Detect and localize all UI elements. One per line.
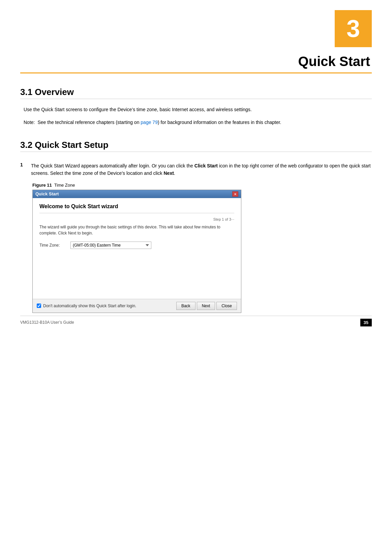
note-label: Note: — [24, 119, 35, 126]
figure-number: Figure 11 — [32, 183, 52, 188]
section-32: 3.2 Quick Start Setup 1 The Quick Start … — [20, 140, 372, 313]
dialog-buttons: Back Next Close — [176, 302, 237, 310]
step-1-number: 1 — [20, 162, 26, 177]
dialog-close-icon[interactable]: × — [232, 191, 238, 197]
timezone-row: Time Zone: (GMT-05:00) Eastern Time (GMT… — [39, 242, 234, 249]
page-footer: VMG1312-B10A User’s Guide 35 — [20, 316, 372, 326]
figure-caption: Time Zone — [54, 183, 75, 188]
dialog-titlebar: Quick Start × — [33, 190, 241, 198]
dialog-description: The wizard will guide you through the ba… — [39, 224, 234, 236]
chapter-number: 3 — [335, 10, 372, 47]
section-31-content: Use the Quick Start screens to configure… — [24, 106, 372, 126]
page-79-link[interactable]: page 79 — [141, 120, 158, 125]
welcome-title: Welcome to Quick Start wizard — [39, 203, 234, 213]
dialog-body: Welcome to Quick Start wizard Step 1 of … — [33, 198, 241, 299]
timezone-select[interactable]: (GMT-05:00) Eastern Time (GMT-06:00) Cen… — [70, 242, 151, 249]
section-32-heading: 3.2 Quick Start Setup — [20, 140, 372, 152]
dialog-title: Quick Start — [35, 191, 59, 196]
chapter-number-bar: 3 — [20, 10, 372, 47]
step-1-bold1: Click Start — [194, 163, 218, 168]
chapter-title: Quick Start — [20, 54, 372, 69]
numbered-section: 1 The Quick Start Wizard appears automat… — [20, 162, 372, 313]
checkbox-label: Don't automatically show this Quick Star… — [43, 304, 136, 308]
chapter-header: 3 Quick Start — [20, 0, 372, 73]
back-button[interactable]: Back — [176, 302, 195, 310]
dialog-wrapper: Quick Start × Welcome to Quick Start wiz… — [32, 190, 372, 313]
step-1-content: The Quick Start Wizard appears automatic… — [31, 162, 372, 177]
dialog-spacer — [39, 253, 234, 293]
dialog-footer: Don't automatically show this Quick Star… — [33, 299, 241, 313]
step-1-text1: The Quick Start Wizard appears automatic… — [31, 163, 194, 168]
page-number: 35 — [360, 319, 372, 326]
step-1-bold2: Next — [164, 170, 174, 176]
close-button[interactable]: Close — [216, 302, 237, 310]
figure-label: Figure 11 Time Zone — [32, 183, 372, 188]
note-block: Note: See the technical reference chapte… — [24, 119, 372, 126]
note-text-after: ) for background information on the feat… — [158, 120, 281, 125]
next-button[interactable]: Next — [197, 302, 215, 310]
overview-paragraph: Use the Quick Start screens to configure… — [24, 106, 372, 113]
step-1-text3: . — [174, 170, 175, 176]
note-text-before: See the technical reference chapters (st… — [37, 120, 141, 125]
footer-text: VMG1312-B10A User’s Guide — [20, 320, 74, 325]
note-text: See the technical reference chapters (st… — [37, 119, 281, 126]
checkbox-area: Don't automatically show this Quick Star… — [37, 304, 136, 308]
auto-show-checkbox[interactable] — [37, 304, 41, 308]
section-31-heading: 3.1 Overview — [20, 87, 372, 99]
step-1-item: 1 The Quick Start Wizard appears automat… — [20, 162, 372, 177]
quickstart-dialog: Quick Start × Welcome to Quick Start wiz… — [32, 190, 241, 313]
timezone-label: Time Zone: — [39, 243, 66, 248]
section-31: 3.1 Overview Use the Quick Start screens… — [20, 87, 372, 126]
step-info: Step 1 of 3··· — [39, 217, 234, 221]
